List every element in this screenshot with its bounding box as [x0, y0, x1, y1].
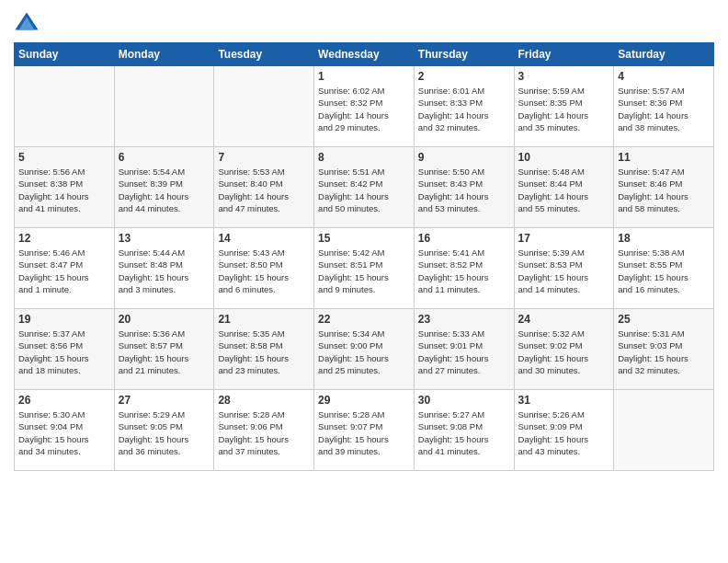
day-number: 10: [518, 151, 610, 164]
day-detail: Sunrise: 5:28 AM Sunset: 9:06 PM Dayligh…: [218, 408, 310, 457]
day-number: 13: [119, 232, 210, 245]
day-detail: Sunrise: 5:48 AM Sunset: 8:44 PM Dayligh…: [518, 166, 610, 214]
calendar-cell: 24Sunrise: 5:32 AM Sunset: 9:02 PM Dayli…: [514, 309, 614, 390]
calendar-cell: 31Sunrise: 5:26 AM Sunset: 9:09 PM Dayli…: [514, 390, 614, 471]
calendar-week-5: 26Sunrise: 5:30 AM Sunset: 9:04 PM Dayli…: [15, 390, 714, 471]
calendar-cell: 18Sunrise: 5:38 AM Sunset: 8:55 PM Dayli…: [614, 228, 714, 309]
day-detail: Sunrise: 5:54 AM Sunset: 8:39 PM Dayligh…: [119, 166, 210, 214]
weekday-header-saturday: Saturday: [614, 43, 714, 66]
day-number: 21: [218, 313, 310, 326]
calendar-cell: 29Sunrise: 5:28 AM Sunset: 9:07 PM Dayli…: [314, 390, 415, 471]
calendar-cell: 30Sunrise: 5:27 AM Sunset: 9:08 PM Dayli…: [414, 390, 514, 471]
day-number: 9: [418, 151, 510, 164]
calendar-cell: 22Sunrise: 5:34 AM Sunset: 9:00 PM Dayli…: [314, 309, 415, 390]
calendar-cell: 1Sunrise: 6:02 AM Sunset: 8:32 PM Daylig…: [314, 66, 415, 147]
weekday-header-sunday: Sunday: [15, 43, 115, 66]
day-detail: Sunrise: 5:57 AM Sunset: 8:36 PM Dayligh…: [618, 85, 710, 133]
day-detail: Sunrise: 5:46 AM Sunset: 8:47 PM Dayligh…: [18, 247, 110, 295]
weekday-header-tuesday: Tuesday: [214, 43, 314, 66]
calendar-table: SundayMondayTuesdayWednesdayThursdayFrid…: [14, 42, 714, 471]
calendar-cell: 2Sunrise: 6:01 AM Sunset: 8:33 PM Daylig…: [414, 66, 514, 147]
calendar-cell: 13Sunrise: 5:44 AM Sunset: 8:48 PM Dayli…: [114, 228, 214, 309]
day-detail: Sunrise: 5:33 AM Sunset: 9:01 PM Dayligh…: [418, 327, 510, 376]
calendar-cell: 6Sunrise: 5:54 AM Sunset: 8:39 PM Daylig…: [114, 147, 214, 228]
page-header: [14, 9, 714, 35]
day-number: 14: [218, 232, 310, 245]
calendar-cell: 9Sunrise: 5:50 AM Sunset: 8:43 PM Daylig…: [414, 147, 514, 228]
day-number: 22: [318, 313, 410, 326]
calendar-cell: 11Sunrise: 5:47 AM Sunset: 8:46 PM Dayli…: [614, 147, 714, 228]
day-detail: Sunrise: 5:31 AM Sunset: 9:03 PM Dayligh…: [618, 327, 710, 376]
day-detail: Sunrise: 5:59 AM Sunset: 8:35 PM Dayligh…: [518, 85, 610, 133]
weekday-header-thursday: Thursday: [414, 43, 514, 66]
calendar-cell: 8Sunrise: 5:51 AM Sunset: 8:42 PM Daylig…: [314, 147, 415, 228]
day-detail: Sunrise: 5:35 AM Sunset: 8:58 PM Dayligh…: [218, 327, 310, 376]
day-detail: Sunrise: 5:37 AM Sunset: 8:56 PM Dayligh…: [18, 327, 110, 376]
day-number: 27: [119, 394, 210, 407]
day-number: 11: [618, 151, 710, 164]
day-detail: Sunrise: 5:26 AM Sunset: 9:09 PM Dayligh…: [518, 408, 610, 457]
calendar-week-1: 1Sunrise: 6:02 AM Sunset: 8:32 PM Daylig…: [15, 66, 714, 147]
day-number: 6: [119, 151, 210, 164]
day-detail: Sunrise: 5:43 AM Sunset: 8:50 PM Dayligh…: [218, 247, 310, 295]
day-detail: Sunrise: 5:28 AM Sunset: 9:07 PM Dayligh…: [318, 408, 410, 457]
day-detail: Sunrise: 5:42 AM Sunset: 8:51 PM Dayligh…: [318, 247, 410, 295]
calendar-cell: 7Sunrise: 5:53 AM Sunset: 8:40 PM Daylig…: [214, 147, 314, 228]
calendar-cell: 28Sunrise: 5:28 AM Sunset: 9:06 PM Dayli…: [214, 390, 314, 471]
calendar-cell: 5Sunrise: 5:56 AM Sunset: 8:38 PM Daylig…: [15, 147, 115, 228]
calendar-cell: 17Sunrise: 5:39 AM Sunset: 8:53 PM Dayli…: [514, 228, 614, 309]
day-number: 29: [318, 394, 410, 407]
day-number: 19: [18, 313, 110, 326]
day-detail: Sunrise: 5:29 AM Sunset: 9:05 PM Dayligh…: [119, 408, 210, 457]
calendar-cell: 23Sunrise: 5:33 AM Sunset: 9:01 PM Dayli…: [414, 309, 514, 390]
day-detail: Sunrise: 5:30 AM Sunset: 9:04 PM Dayligh…: [18, 408, 110, 457]
day-number: 3: [518, 70, 610, 83]
calendar-cell: [214, 66, 314, 147]
day-number: 7: [218, 151, 310, 164]
day-detail: Sunrise: 5:47 AM Sunset: 8:46 PM Dayligh…: [618, 166, 710, 214]
day-number: 2: [418, 70, 510, 83]
day-detail: Sunrise: 5:32 AM Sunset: 9:02 PM Dayligh…: [518, 327, 610, 376]
calendar-cell: 14Sunrise: 5:43 AM Sunset: 8:50 PM Dayli…: [214, 228, 314, 309]
day-number: 12: [18, 232, 110, 245]
weekday-header-monday: Monday: [114, 43, 214, 66]
calendar-cell: 27Sunrise: 5:29 AM Sunset: 9:05 PM Dayli…: [114, 390, 214, 471]
day-detail: Sunrise: 5:27 AM Sunset: 9:08 PM Dayligh…: [418, 408, 510, 457]
calendar-cell: 21Sunrise: 5:35 AM Sunset: 8:58 PM Dayli…: [214, 309, 314, 390]
day-number: 8: [318, 151, 410, 164]
calendar-cell: 3Sunrise: 5:59 AM Sunset: 8:35 PM Daylig…: [514, 66, 614, 147]
day-detail: Sunrise: 5:53 AM Sunset: 8:40 PM Dayligh…: [218, 166, 310, 214]
calendar-cell: 26Sunrise: 5:30 AM Sunset: 9:04 PM Dayli…: [15, 390, 115, 471]
day-detail: Sunrise: 5:44 AM Sunset: 8:48 PM Dayligh…: [119, 247, 210, 295]
day-detail: Sunrise: 5:36 AM Sunset: 8:57 PM Dayligh…: [119, 327, 210, 376]
day-number: 5: [18, 151, 110, 164]
weekday-header-wednesday: Wednesday: [314, 43, 415, 66]
logo: [14, 9, 43, 35]
logo-icon: [14, 9, 40, 35]
calendar-week-2: 5Sunrise: 5:56 AM Sunset: 8:38 PM Daylig…: [15, 147, 714, 228]
day-number: 31: [518, 394, 610, 407]
day-number: 16: [418, 232, 510, 245]
day-number: 20: [119, 313, 210, 326]
day-number: 1: [318, 70, 410, 83]
calendar-week-3: 12Sunrise: 5:46 AM Sunset: 8:47 PM Dayli…: [15, 228, 714, 309]
day-number: 18: [618, 232, 710, 245]
day-number: 4: [618, 70, 710, 83]
day-detail: Sunrise: 5:34 AM Sunset: 9:00 PM Dayligh…: [318, 327, 410, 376]
weekday-header-friday: Friday: [514, 43, 614, 66]
calendar-cell: 16Sunrise: 5:41 AM Sunset: 8:52 PM Dayli…: [414, 228, 514, 309]
calendar-week-4: 19Sunrise: 5:37 AM Sunset: 8:56 PM Dayli…: [15, 309, 714, 390]
calendar-cell: 10Sunrise: 5:48 AM Sunset: 8:44 PM Dayli…: [514, 147, 614, 228]
day-detail: Sunrise: 5:38 AM Sunset: 8:55 PM Dayligh…: [618, 247, 710, 295]
day-detail: Sunrise: 5:51 AM Sunset: 8:42 PM Dayligh…: [318, 166, 410, 214]
day-detail: Sunrise: 6:02 AM Sunset: 8:32 PM Dayligh…: [318, 85, 410, 133]
calendar-cell: [614, 390, 714, 471]
day-detail: Sunrise: 5:41 AM Sunset: 8:52 PM Dayligh…: [418, 247, 510, 295]
calendar-cell: 25Sunrise: 5:31 AM Sunset: 9:03 PM Dayli…: [614, 309, 714, 390]
day-number: 30: [418, 394, 510, 407]
day-number: 26: [18, 394, 110, 407]
day-number: 28: [218, 394, 310, 407]
calendar-cell: 20Sunrise: 5:36 AM Sunset: 8:57 PM Dayli…: [114, 309, 214, 390]
day-number: 25: [618, 313, 710, 326]
day-detail: Sunrise: 5:50 AM Sunset: 8:43 PM Dayligh…: [418, 166, 510, 214]
